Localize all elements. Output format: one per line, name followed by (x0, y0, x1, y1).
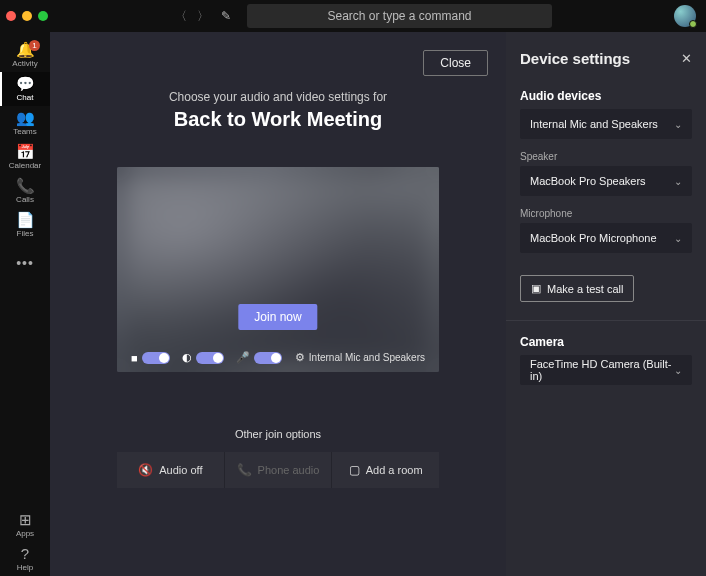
calendar-icon: 📅 (16, 144, 35, 159)
rail-label: Calls (16, 195, 34, 204)
join-now-button[interactable]: Join now (238, 304, 317, 330)
rail-item-apps[interactable]: ⊞ Apps (0, 508, 50, 542)
rail-item-help[interactable]: ? Help (0, 542, 50, 576)
option-add-room[interactable]: ▢ Add a room (331, 452, 439, 488)
rail-item-chat[interactable]: 💬 Chat (0, 72, 50, 106)
chevron-down-icon: ⌄ (674, 365, 682, 376)
test-call-label: Make a test call (547, 283, 623, 295)
video-preview: Join now ■ ◐ 🎤 (117, 167, 439, 372)
close-button[interactable]: Close (423, 50, 488, 76)
forward-icon[interactable]: 〉 (197, 8, 209, 25)
camera-toggle[interactable] (142, 352, 170, 364)
background-control: ◐ (182, 351, 224, 364)
prejoin-screen: Close Choose your audio and video settin… (50, 32, 506, 576)
rail-item-calls[interactable]: 📞 Calls (0, 174, 50, 208)
microphone-select[interactable]: MacBook Pro Microphone ⌄ (520, 223, 692, 253)
make-test-call-button[interactable]: ▣ Make a test call (520, 275, 634, 302)
teams-icon: 👥 (16, 110, 35, 125)
calls-icon: 📞 (16, 178, 35, 193)
chevron-down-icon: ⌄ (674, 176, 682, 187)
apps-icon: ⊞ (19, 512, 32, 527)
select-value: Internal Mic and Speakers (530, 118, 658, 130)
presence-indicator (689, 20, 697, 28)
window-controls (6, 11, 60, 21)
rail-label: Activity (12, 59, 37, 68)
camera-icon: ■ (131, 352, 138, 364)
camera-section-label: Camera (520, 335, 692, 349)
compose-icon[interactable]: ✎ (221, 9, 231, 23)
background-toggle[interactable] (196, 352, 224, 364)
camera-select[interactable]: FaceTime HD Camera (Built-in) ⌄ (520, 355, 692, 385)
rail-label: Chat (17, 93, 34, 102)
rail-label: Help (17, 563, 33, 572)
help-icon: ? (21, 546, 29, 561)
select-value: MacBook Pro Speakers (530, 175, 646, 187)
other-join-options: 🔇 Audio off 📞 Phone audio ▢ Add a room (117, 452, 439, 488)
select-value: FaceTime HD Camera (Built-in) (530, 358, 674, 382)
microphone-label: Microphone (520, 208, 692, 219)
meeting-title: Back to Work Meeting (174, 108, 383, 131)
audio-devices-label: Audio devices (520, 89, 692, 103)
activity-badge: 1 (29, 40, 40, 51)
search-input[interactable]: Search or type a command (247, 4, 552, 28)
mic-toggle[interactable] (254, 352, 282, 364)
option-label: Add a room (366, 464, 423, 476)
rail-item-activity[interactable]: 🔔 Activity 1 (0, 38, 50, 72)
test-call-icon: ▣ (531, 282, 541, 295)
history-nav: 〈 〉 (175, 8, 209, 25)
main-area: Close Choose your audio and video settin… (50, 32, 706, 576)
option-label: Phone audio (258, 464, 320, 476)
rail-label: Files (17, 229, 34, 238)
other-join-header: Other join options (235, 428, 321, 440)
window-titlebar: 〈 〉 ✎ Search or type a command (0, 0, 706, 32)
option-phone-audio: 📞 Phone audio (224, 452, 332, 488)
prejoin-subtitle: Choose your audio and video settings for (169, 90, 387, 104)
room-icon: ▢ (349, 463, 360, 477)
panel-divider (506, 320, 706, 321)
chat-icon: 💬 (16, 76, 35, 91)
back-icon[interactable]: 〈 (175, 8, 187, 25)
rail-item-files[interactable]: 📄 Files (0, 208, 50, 242)
gear-icon: ⚙ (295, 351, 305, 364)
preview-controls: ■ ◐ 🎤 ⚙ Internal Mic (117, 351, 439, 364)
window-close-icon[interactable] (6, 11, 16, 21)
panel-close-icon[interactable]: ✕ (681, 51, 692, 66)
phone-icon: 📞 (237, 463, 252, 477)
speaker-select[interactable]: MacBook Pro Speakers ⌄ (520, 166, 692, 196)
rail-item-more[interactable]: ••• (0, 246, 50, 280)
option-label: Audio off (159, 464, 202, 476)
speaker-label: Speaker (520, 151, 692, 162)
app-rail: 🔔 Activity 1 💬 Chat 👥 Teams 📅 Calendar 📞… (0, 32, 50, 576)
audio-off-icon: 🔇 (138, 463, 153, 477)
panel-title: Device settings (520, 50, 630, 67)
window-maximize-icon[interactable] (38, 11, 48, 21)
profile-avatar[interactable] (674, 5, 696, 27)
rail-item-calendar[interactable]: 📅 Calendar (0, 140, 50, 174)
files-icon: 📄 (16, 212, 35, 227)
rail-label: Apps (16, 529, 34, 538)
rail-label: Calendar (9, 161, 41, 170)
device-label-text: Internal Mic and Speakers (309, 352, 425, 363)
rail-item-teams[interactable]: 👥 Teams (0, 106, 50, 140)
select-value: MacBook Pro Microphone (530, 232, 657, 244)
rail-label: Teams (13, 127, 37, 136)
chevron-down-icon: ⌄ (674, 233, 682, 244)
mic-control: 🎤 (236, 351, 282, 364)
window-minimize-icon[interactable] (22, 11, 32, 21)
device-settings-link[interactable]: ⚙ Internal Mic and Speakers (295, 351, 425, 364)
background-blur-icon: ◐ (182, 351, 192, 364)
chevron-down-icon: ⌄ (674, 119, 682, 130)
camera-control: ■ (131, 352, 170, 364)
option-audio-off[interactable]: 🔇 Audio off (117, 452, 224, 488)
device-settings-panel: Device settings ✕ Audio devices Internal… (506, 32, 706, 576)
mic-icon: 🎤 (236, 351, 250, 364)
audio-profile-select[interactable]: Internal Mic and Speakers ⌄ (520, 109, 692, 139)
